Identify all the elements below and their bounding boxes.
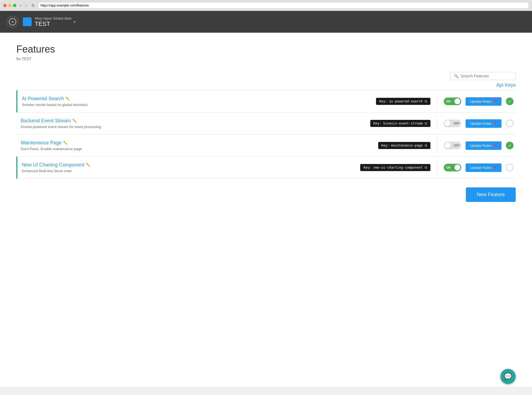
edit-icon[interactable]: ✏️ [86, 163, 90, 167]
update-rules-button[interactable]: Update Rules 🚩 [466, 141, 502, 150]
copy-icon[interactable]: ⧉ [425, 121, 427, 125]
traffic-lights [3, 4, 16, 7]
feature-controls: Key: ai-powered-search ⧉ ON Update Rules… [376, 95, 516, 108]
update-rules-button[interactable]: Update Rules 🚩 [466, 163, 502, 172]
toggle-knob [454, 165, 460, 171]
chat-icon: 💬 [504, 373, 512, 380]
forward-button[interactable]: › [24, 2, 28, 8]
browser-titlebar: ‹ › ↻ [3, 2, 529, 11]
vertical-divider [437, 95, 437, 108]
feature-info: Backend Event Stream ✏️ Kinesis-powered … [16, 118, 370, 129]
logo-inner [9, 18, 16, 26]
feature-toggle[interactable]: OFF [444, 142, 461, 149]
feature-info: Maintenance Page ✏️ Don't Panic. Enable … [16, 140, 378, 151]
logo-dot [11, 21, 14, 23]
feature-toggle[interactable]: OFF [444, 120, 461, 127]
feature-toggle[interactable]: ON [444, 164, 461, 171]
feature-row: Backend Event Stream ✏️ Kinesis-powered … [16, 113, 516, 135]
browser-nav: ‹ › ↻ [19, 2, 36, 9]
chat-bubble-button[interactable]: 💬 [500, 369, 516, 384]
vertical-divider [437, 161, 437, 174]
toggle-knob [445, 120, 451, 126]
key-text: Key: maintenance-page [381, 144, 423, 147]
feature-info: AI Powered Search ✏️ Smarter results bas… [17, 96, 376, 107]
update-rules-label: Update Rules [470, 121, 491, 126]
new-feature-button[interactable]: New Feature [466, 187, 516, 202]
feature-check-circle: ✓ [506, 142, 513, 149]
feature-check-circle [506, 164, 513, 171]
search-icon: 🔍 [454, 74, 458, 78]
feature-toggle[interactable]: ON [444, 98, 461, 105]
page-title: Features [16, 44, 516, 55]
feature-check-circle [506, 120, 513, 127]
copy-icon[interactable]: ⧉ [425, 99, 427, 103]
api-keys-link[interactable]: Api Keys [496, 82, 516, 88]
main-content: Features for TEST 🔍 Api Keys AI Powered … [0, 33, 532, 213]
update-rules-button[interactable]: Update Rules 🚩 [466, 97, 502, 106]
toggle-label: OFF [454, 122, 460, 125]
key-text: Key: kinesis-event-stream [374, 121, 423, 125]
app-header: Meg Hyper Global Mart TEST ▾ [0, 11, 532, 33]
toggle-knob [445, 142, 451, 148]
org-info: Meg Hyper Global Mart TEST [35, 16, 71, 27]
feature-key-badge: Key: new-ui-charting-component ⧉ [360, 164, 430, 171]
feature-name[interactable]: AI Powered Search ✏️ [22, 96, 376, 102]
feature-name[interactable]: Backend Event Stream ✏️ [21, 118, 370, 124]
feature-controls: Key: kinesis-event-stream ⧉ OFF Update R… [370, 117, 516, 130]
browser-body: Meg Hyper Global Mart TEST ▾ Features fo… [0, 11, 532, 387]
vertical-divider [437, 139, 437, 152]
maximize-button[interactable] [13, 4, 16, 7]
app-logo [7, 16, 19, 28]
key-text: Key: new-ui-charting-component [363, 166, 423, 169]
api-keys-row: Api Keys [16, 82, 516, 88]
feature-description: Smarter results based on global heuristi… [22, 103, 376, 107]
key-text: Key: ai-powered-search [379, 99, 423, 103]
page-subtitle: for TEST [16, 57, 516, 61]
search-box: 🔍 [450, 72, 516, 80]
edit-icon[interactable]: ✏️ [63, 141, 68, 145]
feature-key-badge: Key: maintenance-page ⧉ [378, 142, 431, 149]
feature-controls: Key: maintenance-page ⧉ OFF Update Rules… [378, 139, 516, 152]
search-row: 🔍 [16, 72, 516, 80]
copy-icon[interactable]: ⧉ [425, 144, 427, 147]
flag-icon: 🚩 [493, 166, 497, 169]
feature-key-badge: Key: kinesis-event-stream ⧉ [370, 120, 431, 127]
feature-description: Don't Panic. Enable maintenance page. [21, 147, 378, 151]
toggle-label: ON [446, 166, 451, 169]
refresh-button[interactable]: ↻ [30, 2, 36, 9]
org-env: TEST [35, 21, 71, 27]
feature-controls: Key: new-ui-charting-component ⧉ ON Upda… [360, 161, 516, 174]
edit-icon[interactable]: ✏️ [66, 97, 70, 101]
features-list: AI Powered Search ✏️ Smarter results bas… [16, 90, 516, 179]
feature-info: New UI Charting Component ✏️ Enhanced Mu… [17, 162, 360, 173]
flag-icon: 🚩 [493, 144, 497, 147]
close-button[interactable] [3, 4, 7, 7]
address-bar[interactable] [38, 2, 529, 9]
feature-name[interactable]: Maintenance Page ✏️ [21, 140, 378, 146]
feature-key-badge: Key: ai-powered-search ⧉ [376, 98, 430, 105]
feature-row: New UI Charting Component ✏️ Enhanced Mu… [16, 157, 516, 179]
edit-icon[interactable]: ✏️ [72, 119, 77, 123]
toggle-label: ON [446, 100, 451, 103]
update-rules-label: Update Rules [470, 166, 491, 170]
feature-description: Kinesis-powered event stream for event p… [21, 125, 370, 129]
copy-icon[interactable]: ⧉ [425, 166, 427, 169]
minimize-button[interactable] [8, 4, 11, 7]
feature-name[interactable]: New UI Charting Component ✏️ [22, 162, 360, 168]
browser-frame: ‹ › ↻ [0, 0, 532, 11]
vertical-divider [437, 117, 437, 130]
org-name: Meg Hyper Global Mart [35, 16, 71, 21]
feature-check-circle: ✓ [506, 98, 513, 105]
toggle-label: OFF [454, 144, 460, 147]
org-icon [23, 17, 32, 26]
back-button[interactable]: ‹ [19, 2, 22, 8]
search-input[interactable] [461, 74, 512, 78]
flag-icon: 🚩 [493, 99, 497, 103]
update-rules-button[interactable]: Update Rules 🚩 [466, 119, 502, 128]
flag-icon: 🚩 [493, 121, 497, 125]
new-feature-row: New Feature [16, 187, 516, 202]
update-rules-label: Update Rules [470, 144, 491, 148]
org-dropdown-arrow[interactable]: ▾ [74, 20, 75, 24]
toggle-knob [454, 98, 460, 104]
feature-row: AI Powered Search ✏️ Smarter results bas… [16, 90, 516, 113]
